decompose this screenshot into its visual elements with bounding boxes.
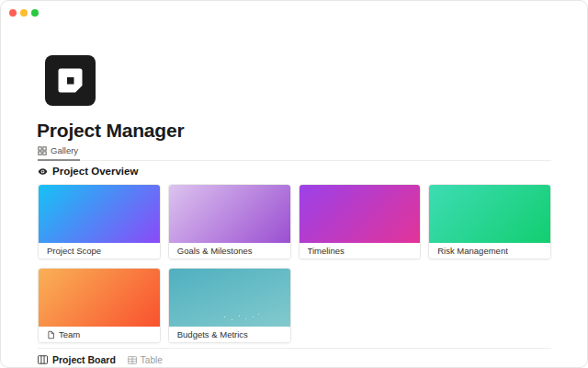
table-icon — [128, 356, 137, 364]
close-button[interactable] — [9, 9, 17, 17]
card-footer: Risk Management — [429, 243, 550, 259]
board-title: Project Board — [52, 354, 116, 365]
card-cover — [169, 269, 290, 327]
card-title: Budgets & Metrics — [177, 329, 248, 339]
card-goals-milestones[interactable]: Goals & Milestones — [168, 184, 291, 259]
section-title: Project Overview — [52, 166, 138, 177]
card-budgets-metrics[interactable]: Budgets & Metrics — [168, 268, 291, 343]
card-title: Risk Management — [437, 246, 508, 256]
tab-gallery[interactable]: Gallery — [38, 145, 80, 161]
table-view-label: Table — [141, 355, 163, 365]
card-project-scope[interactable]: Project Scope — [38, 184, 161, 259]
card-footer: Budgets & Metrics — [169, 327, 290, 342]
page-title[interactable]: Project Manager — [37, 120, 184, 142]
card-title: Project Scope — [47, 246, 101, 256]
card-footer: Project Scope — [39, 243, 160, 259]
tab-gallery-label: Gallery — [51, 145, 78, 155]
card-title: Timelines — [308, 246, 345, 256]
gallery-grid: Project Scope Goals & Milestones Timelin… — [38, 184, 551, 343]
minimize-button[interactable] — [20, 9, 28, 17]
cover-speckles — [169, 269, 290, 327]
card-cover — [169, 185, 290, 243]
card-timelines[interactable]: Timelines — [299, 184, 422, 259]
page-logo-icon[interactable] — [45, 55, 96, 106]
gallery-grid-icon — [38, 146, 47, 155]
window-controls — [9, 9, 39, 17]
card-cover — [39, 185, 160, 243]
section-divider — [38, 348, 551, 349]
page-icon — [47, 330, 55, 339]
card-risk-management[interactable]: Risk Management — [428, 184, 551, 259]
card-footer: Team — [39, 327, 160, 342]
card-cover — [300, 185, 421, 243]
card-title: Team — [59, 329, 80, 339]
card-title: Goals & Milestones — [177, 246, 253, 256]
card-footer: Timelines — [300, 243, 421, 259]
card-cover — [39, 269, 160, 327]
zoom-button[interactable] — [31, 9, 39, 17]
black-document-logo-icon — [45, 55, 96, 106]
section-project-board[interactable]: Project Board — [38, 354, 116, 365]
view-tab-bar: Gallery — [38, 144, 551, 161]
project-board-bar: Project Board Table — [38, 354, 163, 365]
card-cover — [429, 185, 550, 243]
eye-icon — [38, 167, 48, 177]
section-project-overview[interactable]: Project Overview — [38, 166, 138, 177]
notion-window: Project Manager Gallery Project Overview — [0, 0, 588, 368]
tab-table-view[interactable]: Table — [128, 355, 163, 365]
card-footer: Goals & Milestones — [169, 243, 290, 259]
card-team[interactable]: Team — [38, 268, 161, 343]
board-icon — [38, 355, 48, 364]
